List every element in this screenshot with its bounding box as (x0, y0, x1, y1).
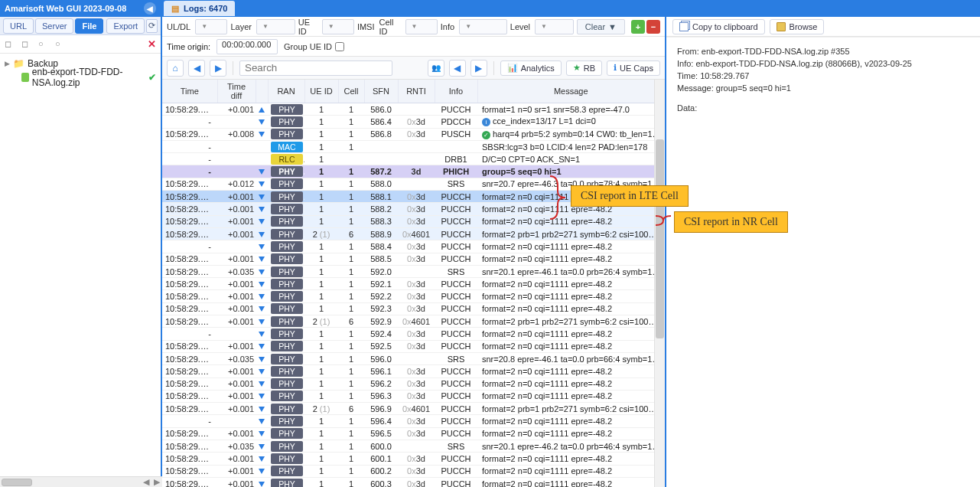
scroll-thumb[interactable] (2, 479, 32, 486)
table-row[interactable]: 10:58:29.861+0.001PHY11596.20x3dPUCCHfor… (162, 378, 665, 390)
col-header[interactable]: SFN (364, 80, 398, 103)
left-toolbar: ◻ ◻ ○ ○ ✕ (0, 35, 161, 54)
nav-fwd-icon[interactable]: ▶ (210, 60, 226, 77)
tree-file-item[interactable]: enb-export-TDD-FDD-NSA.log.zip ✔ (5, 70, 156, 84)
arrow-down-icon (259, 304, 265, 313)
rb-button[interactable]: ★RB (566, 60, 602, 76)
table-row[interactable]: 10:58:29.902+0.001PHY11600.30x3dPUCCHfor… (162, 477, 665, 487)
table-row[interactable]: 10:58:29.782+0.001PHY11588.30x3dPUCCHfor… (162, 215, 665, 227)
arrow-down-icon (259, 454, 265, 463)
nav-back-icon[interactable]: ◀ (188, 60, 205, 77)
table-row[interactable]: 10:58:29.767+0.008PHY11586.80x3dPUSCH✓ha… (162, 128, 665, 140)
filter-layer[interactable]: ▼ (256, 19, 295, 34)
refresh-icon[interactable]: ⟳ (146, 19, 158, 33)
toolbar-icon-3[interactable]: ○ (38, 39, 49, 50)
tab-file[interactable]: File (75, 18, 103, 34)
tab-logs[interactable]: ▤ Logs: 6470 (164, 1, 235, 16)
arrow-down-icon (259, 254, 265, 263)
analytics-button[interactable]: 📊Analytics (500, 60, 562, 76)
table-row[interactable]: 10:58:29.859+0.035PHY11596.0SRSsnr=20.8 … (162, 352, 665, 364)
arrow-down-icon (259, 479, 265, 487)
group-ueid-toggle[interactable]: Group UE ID (284, 42, 344, 51)
col-header[interactable]: RAN (268, 80, 304, 103)
table-row[interactable]: 10:58:29.821+0.001PHY11592.20x3dPUCCHfor… (162, 290, 665, 302)
v-scrollbar[interactable] (654, 80, 665, 487)
table-row[interactable]: 10:58:29.820+0.001PHY11592.10x3dPUCCHfor… (162, 278, 665, 290)
col-header[interactable] (256, 80, 268, 103)
left-h-scrollbar[interactable]: ◀▶ (0, 476, 162, 487)
browse-button[interactable]: Browse (770, 19, 825, 34)
arrow-down-icon (259, 292, 265, 301)
scroll-right-icon[interactable]: ▶ (151, 477, 162, 488)
log-table-wrap[interactable]: TimeTime diffRANUE IDCellSFNRNTIInfoMess… (162, 80, 665, 487)
toolbar-icon-4[interactable]: ○ (55, 39, 66, 50)
col-header[interactable]: Message (477, 80, 665, 103)
clear-button[interactable]: Clear▼ (577, 19, 625, 34)
filter-cellid[interactable]: ▼ (405, 19, 438, 34)
arrow-down-icon (259, 267, 265, 276)
table-row[interactable]: 10:58:29.823+0.001PHY2 (1)6592.90x4601PU… (162, 315, 665, 328)
copy-clipboard-button[interactable]: Copy to clipboard (672, 19, 765, 34)
time-origin-input[interactable]: 00:00:00.000 (217, 39, 278, 54)
close-panel-icon[interactable]: ✕ (148, 38, 156, 50)
toolbar-icon-2[interactable]: ◻ (21, 39, 32, 50)
arrow-down-icon (259, 279, 265, 289)
table-row[interactable]: -PHY11586.40x3dPDCCHicce_index=13/17 L=1… (162, 116, 665, 128)
arrow-down-icon (259, 429, 265, 438)
export-button[interactable]: Export (106, 18, 145, 34)
table-row[interactable]: -PHY11587.23dPHICHgroup=5 seq=0 hi=1 (162, 165, 665, 178)
toolbar-icon-1[interactable]: ◻ (5, 39, 15, 50)
col-header[interactable]: Time diff (217, 80, 256, 103)
ran-badge: PHY (271, 453, 303, 464)
search-input[interactable] (239, 60, 392, 76)
group-ueid-checkbox[interactable] (335, 42, 344, 51)
col-header[interactable]: Cell (338, 80, 364, 103)
table-row[interactable]: 10:58:29.822+0.001PHY11592.30x3dPUCCHfor… (162, 302, 665, 315)
col-header[interactable]: UE ID (304, 80, 338, 103)
nav-home-icon[interactable]: ⌂ (167, 60, 184, 77)
table-row[interactable]: -PHY11588.40x3dPUCCHformat=2 n=0 cqi=111… (162, 240, 665, 253)
detail-toolbar: Copy to clipboard Browse (666, 17, 980, 37)
ran-badge: PHY (271, 341, 303, 351)
table-row[interactable]: -RLC1DRB1D/C=0 CPT=0 ACK_SN=1 (162, 153, 665, 165)
step-back-icon[interactable]: ◀ (449, 60, 466, 77)
table-row[interactable]: 10:58:29.783+0.001PHY2 (1)6588.90x4601PU… (162, 227, 665, 240)
col-header[interactable]: Info (435, 80, 477, 103)
search-bar: ⌂ ◀ ▶ 👥 ◀ ▶ 📊Analytics ★RB ℹUE Caps (162, 57, 665, 80)
table-row[interactable]: -PHY11592.40x3dPUCCHformat=2 n=0 cqi=111… (162, 328, 665, 340)
tab-url[interactable]: URL (3, 18, 34, 34)
filter-level[interactable]: ▼ (535, 19, 574, 34)
col-header[interactable]: RNTI (398, 80, 435, 103)
table-row[interactable]: 10:58:29.900+0.001PHY11600.10x3dPUCCHfor… (162, 453, 665, 465)
v-scroll-thumb[interactable] (656, 139, 664, 338)
detail-panel: Copy to clipboard Browse From: enb-expor… (666, 17, 980, 487)
filter-ueid[interactable]: ▼ (322, 19, 354, 34)
step-fwd-icon[interactable]: ▶ (470, 60, 487, 77)
filter-info[interactable]: ▼ (459, 19, 507, 34)
table-row[interactable]: 10:58:29.819+0.035PHY11592.0SRSsnr=20.1 … (162, 265, 665, 277)
arrow-up-icon (259, 105, 265, 114)
table-row[interactable]: -PHY11596.40x3dPUCCHformat=2 n=0 cqi=111… (162, 415, 665, 427)
collapse-left-icon[interactable]: ◀ (144, 2, 156, 15)
ran-badge: PHY (271, 266, 303, 277)
tab-server[interactable]: Server (35, 18, 73, 34)
filter-uldl[interactable]: ▼ (195, 19, 227, 34)
scroll-left-icon[interactable]: ◀ (141, 477, 151, 488)
table-row[interactable]: 10:58:29.860+0.001PHY11596.10x3dPUCCHfor… (162, 365, 665, 378)
table-row[interactable]: 10:58:29.901+0.001PHY11600.20x3dPUCCHfor… (162, 465, 665, 477)
find-people-icon[interactable]: 👥 (428, 60, 444, 77)
table-row[interactable]: 10:58:29.862+0.001PHY11596.30x3dPUCCHfor… (162, 390, 665, 402)
add-filter-icon[interactable]: + (631, 20, 645, 34)
table-row[interactable]: 10:58:29.824+0.001PHY11592.50x3dPUCCHfor… (162, 340, 665, 352)
col-header[interactable]: Time (162, 80, 217, 103)
uecaps-button[interactable]: ℹUE Caps (607, 60, 660, 76)
table-row[interactable]: -MAC11SBSR:lcg=3 b=0 LCID:4 len=2 PAD:le… (162, 140, 665, 152)
right-tabbar: ▤ Logs: 6470 (162, 0, 980, 17)
table-row[interactable]: 10:58:29.759+0.001PHY11586.0PUCCHformat=… (162, 103, 665, 116)
arrow-down-icon (259, 404, 265, 413)
table-row[interactable]: 10:58:29.863+0.001PHY2 (1)6596.90x4601PU… (162, 403, 665, 415)
table-row[interactable]: 10:58:29.899+0.035PHY11600.0SRSsnr=20.1 … (162, 440, 665, 453)
table-row[interactable]: 10:58:29.864+0.001PHY11596.50x3dPUCCHfor… (162, 427, 665, 440)
remove-filter-icon[interactable]: − (646, 20, 660, 34)
table-row[interactable]: 10:58:29.784+0.001PHY11588.50x3dPUCCHfor… (162, 253, 665, 265)
